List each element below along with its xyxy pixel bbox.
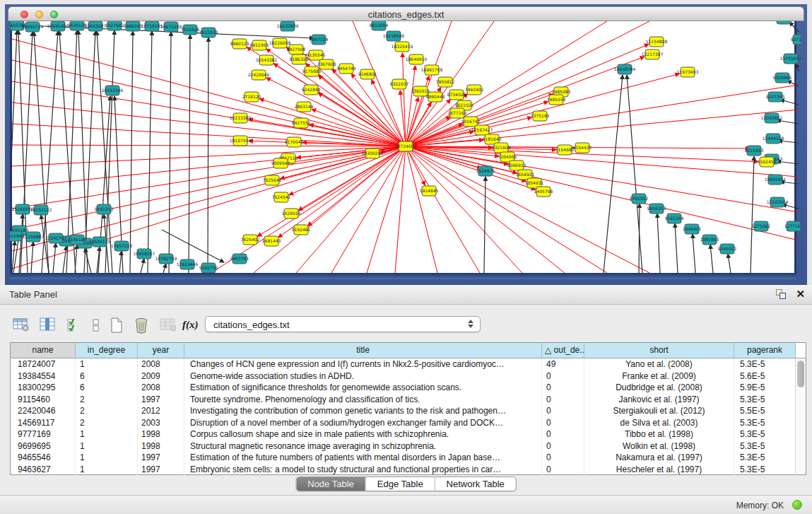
graph-edge[interactable] xyxy=(63,246,66,273)
graph-edge[interactable] xyxy=(484,177,486,273)
table-cell[interactable]: 2009 xyxy=(138,370,184,382)
table-cell[interactable]: 0 xyxy=(542,464,584,476)
graph-node[interactable]: 1277162 xyxy=(784,221,801,231)
table-cell[interactable]: 5.3E-5 xyxy=(734,417,796,429)
table-cell[interactable]: 0 xyxy=(542,394,584,406)
table-cell[interactable]: 2012 xyxy=(138,405,184,417)
graph-edge[interactable] xyxy=(657,214,660,273)
graph-node[interactable]: 8454749 xyxy=(337,64,356,74)
graph-node[interactable]: 7615538 xyxy=(199,28,218,37)
column-header-in_degree[interactable]: in_degree xyxy=(76,343,138,358)
graph-edge[interactable] xyxy=(751,156,754,273)
graph-node[interactable]: 1271062 xyxy=(752,221,771,231)
table-cell[interactable]: Dudbridge et al. (2008) xyxy=(584,382,734,394)
trash-icon[interactable] xyxy=(134,317,148,337)
tab-node-table[interactable]: Node Table xyxy=(296,477,366,491)
graph-node[interactable]: 9161204 xyxy=(665,214,684,223)
graph-node[interactable]: 11154808 xyxy=(646,37,668,47)
column-header-pagerank[interactable]: pagerank xyxy=(734,343,796,358)
graph-node[interactable]: 1081853 xyxy=(700,235,719,245)
show-columns-icon[interactable] xyxy=(40,317,57,334)
table-cell[interactable]: Estimation of significance thresholds fo… xyxy=(184,382,542,394)
graph-node[interactable]: 12103504 xyxy=(767,197,789,207)
graph-node[interactable]: 8960123 xyxy=(230,39,249,49)
new-document-icon[interactable] xyxy=(110,317,123,336)
graph-edge[interactable] xyxy=(406,146,437,273)
graph-node[interactable]: 19218596 xyxy=(383,31,405,41)
table-cell[interactable]: Stergiakouli et al. (2012) xyxy=(584,405,734,417)
network-canvas[interactable]: 1872400716033802405572420691406953512810… xyxy=(10,21,796,273)
column-header-title[interactable]: title xyxy=(184,343,542,358)
graph-edge[interactable] xyxy=(130,31,133,273)
graph-node[interactable]: 2803144 xyxy=(295,102,314,112)
table-settings-icon[interactable] xyxy=(13,317,30,334)
graph-node[interactable]: 6734028 xyxy=(447,90,466,100)
graph-node[interactable]: 9535128 xyxy=(68,21,87,30)
graph-edge[interactable] xyxy=(208,37,208,273)
table-cell[interactable]: 6 xyxy=(76,370,138,382)
graph-node[interactable]: 18640910 xyxy=(406,54,428,64)
table-cell[interactable]: 0 xyxy=(542,405,584,417)
table-cell[interactable]: 14569117 xyxy=(11,417,76,429)
graph-node[interactable]: 8912955 xyxy=(250,40,269,50)
table-cell[interactable]: 2003 xyxy=(138,417,184,429)
graph-node[interactable]: 26053346 xyxy=(102,86,124,95)
graph-node[interactable]: 7955812 xyxy=(436,77,455,87)
graph-node[interactable]: 9329966 xyxy=(773,73,792,83)
table-cell[interactable]: 0 xyxy=(542,440,584,452)
graph-node[interactable]: 1046421 xyxy=(683,224,702,234)
graph-node[interactable]: 9135546 xyxy=(307,50,326,60)
table-vertical-scrollbar[interactable] xyxy=(795,358,806,474)
table-cell[interactable]: Embryonic stem cells: a model to study s… xyxy=(184,464,542,476)
graph-node[interactable]: 8096912 xyxy=(507,160,526,170)
graph-edge[interactable] xyxy=(604,75,623,273)
graph-edge[interactable] xyxy=(778,141,799,143)
graph-node[interactable]: 7857224 xyxy=(310,35,329,45)
graph-node[interactable]: 14671358 xyxy=(160,22,182,32)
table-row[interactable]: 1938455462009Genome-wide association stu… xyxy=(11,370,806,382)
table-cell[interactable]: 9115460 xyxy=(11,394,76,406)
graph-node[interactable]: 11156883 xyxy=(23,232,45,242)
graph-edge[interactable] xyxy=(693,234,695,273)
graph-node[interactable]: 1154680 xyxy=(555,145,575,155)
graph-node[interactable]: 7625402 xyxy=(241,235,260,245)
graph-node[interactable]: 15751074 xyxy=(780,54,801,64)
scrollbar-thumb[interactable] xyxy=(797,361,804,387)
graph-node[interactable]: 1375195 xyxy=(531,111,550,121)
graph-node[interactable]: 16782759 xyxy=(155,254,177,264)
table-cell[interactable]: 6 xyxy=(76,382,138,394)
graph-edge[interactable] xyxy=(395,146,406,273)
table-cell[interactable]: 2008 xyxy=(138,358,184,370)
graph-node[interactable]: 1534575 xyxy=(476,166,495,176)
graph-edge[interactable] xyxy=(372,80,406,146)
graph-edge[interactable] xyxy=(12,81,406,146)
graph-node[interactable]: 9457791 xyxy=(230,254,249,264)
tab-network-table[interactable]: Network Table xyxy=(435,477,516,491)
table-cell[interactable]: Hescheler et al. (1997) xyxy=(584,464,734,476)
graph-node[interactable]: 6791912 xyxy=(630,194,649,204)
graph-node[interactable]: 8813054 xyxy=(370,21,389,30)
graph-edge[interactable] xyxy=(406,146,522,273)
table-row[interactable]: 1872400712008Changes of HCN gene express… xyxy=(11,358,806,370)
table-cell[interactable]: 19384554 xyxy=(11,370,76,382)
graph-edge[interactable] xyxy=(777,120,799,124)
graph-node[interactable]: 9182736 xyxy=(199,263,218,273)
table-cell[interactable]: Wolkin et al. (1998) xyxy=(584,440,734,452)
graph-node[interactable]: 9151213 xyxy=(95,204,114,214)
table-cell[interactable]: 2008 xyxy=(138,382,184,394)
graph-edge[interactable] xyxy=(406,146,799,212)
table-cell[interactable]: 1998 xyxy=(138,440,184,452)
graph-node[interactable]: 7493402 xyxy=(465,85,484,95)
graph-edge[interactable] xyxy=(119,251,122,273)
tab-edge-table[interactable]: Edge Table xyxy=(366,477,435,491)
table-cell[interactable]: 1997 xyxy=(138,452,184,464)
graph-node[interactable]: 9152481 xyxy=(292,225,311,235)
table-cell[interactable]: 9465546 xyxy=(11,452,76,464)
window-titlebar[interactable]: citations_edges.txt xyxy=(8,6,804,21)
graph-edge[interactable] xyxy=(728,254,731,273)
column-header-short[interactable]: short xyxy=(584,343,734,358)
graph-edge[interactable] xyxy=(331,146,406,273)
graph-node[interactable]: 9009947 xyxy=(271,158,290,168)
table-cell[interactable]: 5.3E-5 xyxy=(734,358,796,370)
graph-node[interactable]: 10653287 xyxy=(85,21,107,31)
